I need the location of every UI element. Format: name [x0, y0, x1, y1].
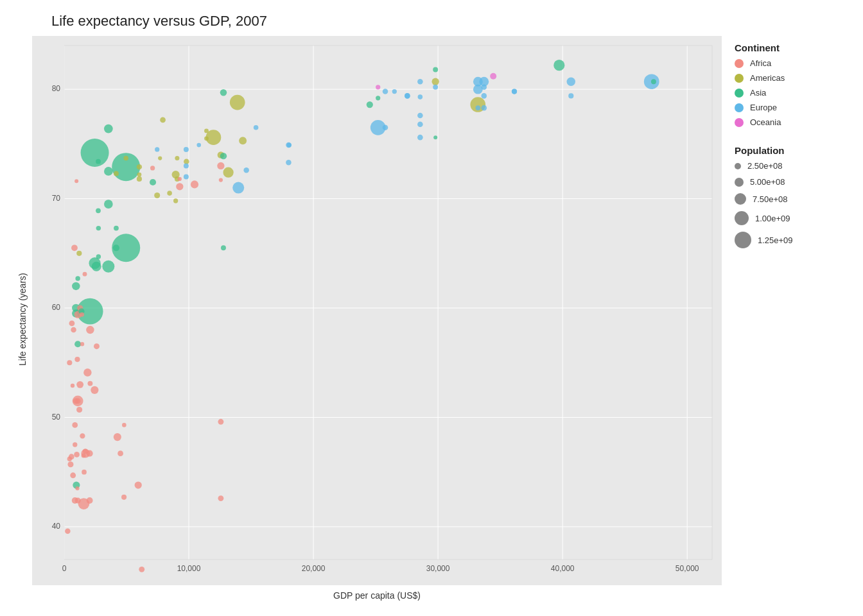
- data-point: [114, 226, 119, 231]
- data-point: [196, 143, 201, 148]
- data-point: [176, 183, 183, 190]
- data-point: [76, 407, 82, 413]
- data-point: [137, 176, 142, 182]
- data-point: [70, 472, 76, 478]
- data-point: [74, 341, 81, 347]
- legend-item-europe: Europe: [735, 103, 844, 112]
- data-point: [75, 497, 81, 503]
- data-point: [67, 461, 73, 467]
- data-point: [417, 135, 423, 141]
- y-axis-label: Life expectancy (years): [13, 36, 32, 603]
- data-point: [76, 381, 83, 388]
- data-point: [220, 153, 227, 159]
- pop-legend-label: 7.50e+08: [753, 194, 788, 204]
- data-point: [96, 208, 101, 213]
- svg-text:50,000: 50,000: [676, 564, 699, 573]
- data-point: [167, 191, 172, 196]
- data-point: [75, 486, 79, 490]
- data-point: [432, 78, 439, 85]
- svg-text:40: 40: [52, 522, 61, 531]
- data-point: [383, 89, 388, 94]
- data-point: [490, 73, 496, 80]
- population-legend-title: Population: [735, 145, 844, 156]
- data-point: [139, 567, 144, 572]
- data-point: [184, 163, 189, 168]
- data-point: [178, 177, 182, 181]
- data-point: [82, 470, 87, 475]
- data-point: [175, 156, 179, 160]
- data-point: [204, 128, 209, 133]
- data-point: [137, 173, 141, 177]
- pop-legend-label: 5.00e+08: [750, 177, 785, 187]
- legend-dot-asia: [735, 89, 744, 98]
- pop-dot: [735, 211, 749, 225]
- data-point: [80, 312, 84, 317]
- legend-label-europe: Europe: [750, 103, 777, 112]
- svg-text:70: 70: [52, 194, 61, 203]
- legend-dot-americas: [735, 74, 744, 83]
- data-point: [481, 105, 487, 111]
- data-point: [75, 276, 80, 280]
- data-point: [204, 136, 209, 141]
- data-point: [367, 101, 373, 108]
- data-point: [184, 147, 189, 152]
- x-axis-label: GDP per capita (US$): [32, 585, 722, 603]
- data-point: [74, 179, 78, 183]
- data-point: [96, 159, 101, 164]
- data-point: [481, 93, 487, 99]
- population-legend-items: 2.50e+08 5.00e+08 7.50e+08 1.00e+09 1.25…: [735, 161, 844, 248]
- data-point: [82, 454, 86, 458]
- data-point: [217, 162, 224, 169]
- svg-text:30,000: 30,000: [426, 564, 450, 573]
- data-point: [376, 85, 380, 89]
- legend-item-americas: Americas: [735, 73, 844, 83]
- data-point: [230, 95, 245, 110]
- continent-legend-title: Continent: [735, 42, 844, 53]
- data-point: [114, 433, 121, 441]
- data-point: [118, 450, 123, 456]
- data-point: [104, 124, 113, 133]
- chart-body: Life expectancy (years) 4050607080010,00…: [13, 36, 850, 603]
- data-point: [74, 452, 80, 458]
- plot-and-xaxis: 4050607080010,00020,00030,00040,00050,00…: [32, 36, 722, 603]
- data-point: [554, 60, 564, 71]
- data-point: [71, 244, 78, 251]
- data-point: [72, 422, 78, 428]
- data-point: [191, 180, 198, 188]
- data-point: [86, 326, 94, 334]
- plot-area: 4050607080010,00020,00030,00040,00050,00…: [32, 36, 722, 585]
- data-point: [160, 117, 166, 123]
- data-point: [418, 94, 423, 99]
- data-point: [417, 79, 423, 85]
- chart-title: Life expectancy versus GDP, 2007: [51, 13, 850, 30]
- data-point: [220, 89, 227, 96]
- legend-item-oceania: Oceania: [735, 117, 844, 127]
- pop-legend-item: 7.50e+08: [735, 193, 844, 205]
- legend-item-asia: Asia: [735, 88, 844, 98]
- data-point: [71, 384, 74, 388]
- pop-legend-label: 1.25e+09: [758, 235, 793, 245]
- data-point: [113, 244, 119, 251]
- data-point: [223, 167, 233, 178]
- legend-dot-africa: [735, 59, 744, 68]
- data-point: [417, 121, 423, 127]
- data-point: [243, 167, 248, 173]
- data-point: [184, 175, 189, 180]
- data-point: [433, 135, 437, 139]
- data-point: [568, 93, 573, 98]
- legend-dot-oceania: [735, 118, 744, 127]
- pop-dot: [735, 178, 744, 187]
- data-point: [383, 125, 388, 131]
- svg-text:80: 80: [52, 84, 61, 93]
- svg-text:50: 50: [52, 413, 61, 422]
- data-point: [218, 419, 223, 425]
- legend-label-americas: Americas: [750, 73, 785, 83]
- pop-legend-label: 1.00e+09: [755, 214, 790, 223]
- data-point: [80, 433, 85, 438]
- data-point: [287, 142, 292, 147]
- data-point: [104, 200, 113, 209]
- data-point: [473, 85, 483, 94]
- data-point: [417, 113, 423, 119]
- scatter-plot: 4050607080010,00020,00030,00040,00050,00…: [32, 36, 722, 585]
- legend-label-oceania: Oceania: [750, 117, 781, 127]
